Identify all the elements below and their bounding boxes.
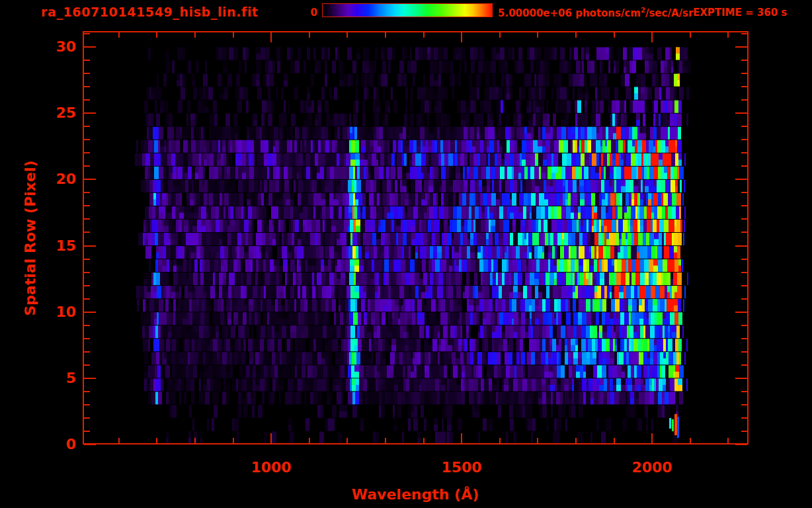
axis-tick [118, 438, 120, 443]
axis-tick [84, 364, 90, 366]
axis-tick [741, 205, 747, 206]
y-tick-label: 25 [40, 105, 76, 121]
axis-tick [741, 99, 747, 101]
axis-tick [84, 33, 90, 34]
x-tick-label: 1500 [432, 459, 491, 476]
axis-tick [690, 32, 691, 38]
axis-tick [84, 245, 96, 247]
colorbar-units-prefix: photons/cm [572, 7, 641, 19]
axis-tick [735, 46, 747, 48]
axis-tick [309, 32, 310, 38]
axis-tick [735, 378, 747, 379]
axis-tick [741, 259, 747, 260]
x-tick-label: 2000 [622, 459, 682, 476]
axis-tick [741, 298, 747, 300]
axis-tick [84, 232, 90, 233]
axis-tick [499, 32, 501, 38]
axis-tick [194, 32, 196, 38]
axis-tick [385, 438, 386, 443]
axis-tick [194, 438, 196, 443]
axis-tick [575, 32, 577, 38]
axis-tick [575, 438, 577, 443]
axis-tick [84, 259, 90, 260]
axis-tick [651, 32, 653, 42]
axis-tick [727, 438, 729, 443]
colorbar-max-label: 5.00000e+06 photons/cm2/sec/A/sr [498, 7, 693, 19]
axis-tick [461, 32, 462, 42]
exptime-label: EXPTIME = 360 s [693, 7, 787, 19]
axis-tick [741, 33, 747, 34]
axis-tick [84, 165, 90, 167]
axis-tick [499, 438, 501, 443]
axis-tick [741, 325, 747, 326]
y-tick-label: 30 [40, 38, 76, 55]
axis-tick [346, 32, 348, 38]
axis-tick [741, 192, 747, 193]
axis-tick [84, 46, 96, 48]
axis-tick [741, 404, 747, 405]
axis-tick [156, 32, 157, 38]
y-tick-label: 15 [40, 237, 76, 254]
axis-tick [84, 338, 90, 339]
axis-tick [423, 32, 425, 38]
axis-tick [690, 438, 691, 443]
y-tick-label: 20 [40, 171, 76, 187]
axis-tick [741, 73, 747, 74]
axis-tick [741, 139, 747, 140]
axis-tick [741, 338, 747, 339]
axis-tick [741, 232, 747, 233]
axis-tick [84, 152, 90, 153]
axis-tick [727, 32, 729, 38]
axis-tick [735, 179, 747, 180]
axis-tick [735, 444, 747, 445]
plot-window: ra_160710141549_hisb_lin.fit 0 5.00000e+… [0, 0, 812, 508]
axis-tick [84, 218, 90, 220]
figure-title: ra_160710141549_hisb_lin.fit [41, 5, 259, 19]
axis-tick [741, 351, 747, 353]
axis-tick [84, 417, 90, 419]
axis-tick [233, 438, 234, 443]
x-tick-label: 1000 [241, 459, 301, 476]
axis-tick [741, 272, 747, 273]
axis-tick [84, 312, 96, 313]
axis-tick [84, 444, 96, 445]
axis-tick [84, 404, 90, 405]
axis-tick [84, 285, 90, 286]
axis-tick [84, 378, 96, 379]
axis-tick [741, 431, 747, 432]
axis-tick [385, 32, 386, 38]
axis-tick [614, 438, 615, 443]
axis-tick [741, 86, 747, 87]
axis-tick [537, 32, 538, 38]
axis-tick [84, 391, 90, 392]
axis-tick [84, 272, 90, 273]
axis-tick [346, 438, 348, 443]
axis-tick [741, 152, 747, 153]
axis-tick [84, 139, 90, 140]
axis-tick [741, 218, 747, 220]
axis-tick [741, 364, 747, 366]
axis-tick [233, 32, 234, 38]
y-tick-label: 10 [40, 304, 76, 320]
spectrum-heatmap-canvas [83, 31, 749, 444]
axis-tick [741, 417, 747, 419]
axis-tick [735, 245, 747, 247]
axis-tick [270, 32, 272, 42]
axis-tick [461, 433, 462, 443]
axis-tick [84, 179, 96, 180]
y-tick-label: 0 [40, 436, 76, 452]
colorbar [322, 3, 493, 17]
colorbar-units-superscript: 2 [641, 7, 645, 14]
axis-tick [84, 192, 90, 193]
axis-tick [84, 205, 90, 206]
axis-tick [735, 112, 747, 114]
axis-tick [741, 60, 747, 61]
colorbar-max-value: 5.00000e+06 [498, 7, 572, 19]
axis-tick [651, 433, 653, 443]
colorbar-units-suffix: /sec/A/sr [645, 7, 693, 19]
axis-tick [84, 431, 90, 432]
axis-tick [270, 433, 272, 443]
axis-tick [735, 312, 747, 313]
axis-tick [84, 99, 90, 101]
axis-tick [537, 438, 538, 443]
